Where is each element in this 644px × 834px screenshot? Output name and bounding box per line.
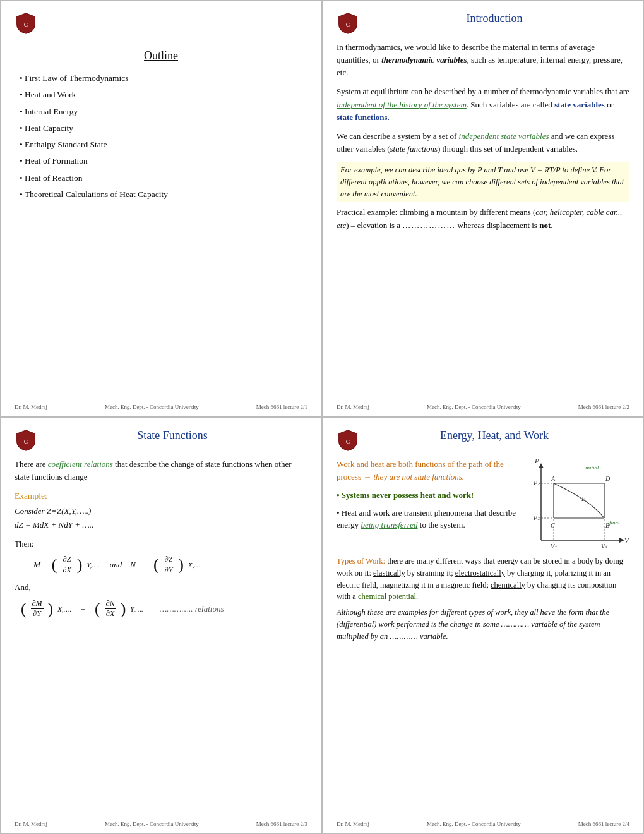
list-item: Theoretical Calculations of Heat Capacit… [20,188,307,201]
heat-work-note: • Heat and work are transient phenomena … [337,507,523,531]
relations-label: ………….. relations [160,603,224,615]
although-para: Although these are examples for differen… [337,607,629,642]
svg-text:P₂: P₂ [533,480,540,486]
math-row-M-N: M = ( ∂Z ∂X ) Y,…. and N = ( ∂Z ∂Y ) X,…… [33,555,307,575]
svg-text:C: C [24,438,28,445]
list-item: Enthalpy Standard State [20,138,307,151]
systems-bold: • Systems never possess heat and work! [337,489,523,502]
slide-3-footer: Dr. M. Medraj Mech. Eng. Dept. - Concord… [15,818,307,827]
footer-lecture: Mech 6661 lecture 2/4 [578,821,629,827]
svg-text:C: C [24,21,28,28]
highlight-yellow-box: For example, we can describe ideal gas b… [337,162,629,202]
slide-2-content: In thermodynamics, we would like to desc… [337,41,629,401]
slide-2: C Introduction In thermodynamics, we wou… [322,0,644,417]
and-label: And, [15,581,307,594]
slide-1-header: C [15,12,307,35]
svg-marker-7 [619,538,624,543]
svg-text:P₁: P₁ [533,514,540,521]
example-line-2: dZ = MdX + NdY + ….. [15,519,307,531]
footer-author: Dr. M. Medraj [337,821,369,827]
intro-para-3: We can describe a system by a set of ind… [337,130,629,155]
footer-lecture: Mech 6661 lecture 2/3 [256,821,307,827]
svg-text:C: C [346,438,350,445]
pv-chart: P V P₁ P₂ V₁ V₂ [528,458,629,553]
example-line-1: Consider Z=Z(X,Y,…..) [15,505,307,517]
intro-para-1: In thermodynamics, we would like to desc… [337,41,629,79]
orange-para: Work and heat are both functions of the … [337,458,523,483]
slide-1-footer: Dr. M. Medraj Mech. Eng. Dept. - Concord… [15,401,307,410]
svg-marker-6 [539,463,544,468]
list-item: First Law of Thermodynamics [20,72,307,85]
footer-author: Dr. M. Medraj [337,404,369,410]
intro-title: Introduction [467,12,523,25]
slide-3-content: There are coefficient relations that des… [15,458,307,818]
list-item: Heat Capacity [20,122,307,135]
svg-text:A: A [551,475,556,482]
slide-2-footer: Dr. M. Medraj Mech. Eng. Dept. - Concord… [337,401,629,410]
footer-institution: Mech. Eng. Dept. - Concordia University [105,821,199,827]
footer-institution: Mech. Eng. Dept. - Concordia University [105,404,199,410]
slide-3: C State Functions There are coefficient … [0,417,322,834]
logo-icon-1: C [15,12,37,35]
footer-lecture: Mech 6661 lecture 2/2 [578,404,629,410]
intro-para-2: System at equilibrium can be described b… [337,85,629,123]
slide-3-header: C State Functions [15,429,307,452]
ehw-title: Energy, Heat, and Work [440,429,549,442]
list-item: Heat of Formation [20,155,307,167]
footer-institution: Mech. Eng. Dept. - Concordia University [427,404,521,410]
list-item: Heat and Work [20,88,307,101]
logo-icon-4: C [337,429,359,452]
footer-author: Dr. M. Medraj [15,821,47,827]
math-row-cross: ( ∂M ∂Y ) X,…. = ( ∂N ∂X ) Y,…. ………….. r… [21,599,307,619]
slide-1: C Outline First Law of Thermodynamics He… [0,0,322,417]
footer-lecture: Mech 6661 lecture 2/1 [256,404,307,410]
svg-text:P: P [534,458,539,464]
footer-institution: Mech. Eng. Dept. - Concordia University [427,821,521,827]
types-para: Types of Work: there are many different … [337,555,629,603]
svg-text:C: C [346,21,350,28]
svg-text:C: C [551,522,555,529]
example-label: Example: [15,490,307,502]
svg-text:initial: initial [585,464,599,471]
svg-text:V₁: V₁ [551,543,557,550]
slide-grid: C Outline First Law of Thermodynamics He… [0,0,644,834]
slide-4-header: C Energy, Heat, and Work [337,429,629,452]
slide-4-content: Work and heat are both functions of the … [337,458,629,818]
slide-4-footer: Dr. M. Medraj Mech. Eng. Dept. - Concord… [337,818,629,827]
list-item: Heat of Reaction [20,172,307,184]
then-label: Then: [15,538,307,550]
sf-title: State Functions [137,429,208,442]
outline-title: Outline [15,47,307,64]
svg-text:V: V [624,536,629,544]
sf-intro: There are coefficient relations that des… [15,458,307,483]
list-item: Internal Energy [20,106,307,118]
ehw-top-section: Work and heat are both functions of the … [337,458,629,553]
intro-para-4: Practical example: climbing a mountain b… [337,206,629,231]
svg-text:D: D [605,475,611,482]
slide-2-header: C Introduction [337,12,629,35]
slide-4: C Energy, Heat, and Work Work and heat a… [322,417,644,834]
logo-icon-2: C [337,12,359,35]
svg-text:final: final [609,519,620,526]
svg-text:V₂: V₂ [601,543,608,550]
pv-diagram: P V P₁ P₂ V₁ V₂ [528,458,629,556]
outline-list: First Law of Thermodynamics Heat and Wor… [15,72,307,201]
slide-1-content: Outline First Law of Thermodynamics Heat… [15,41,307,401]
ehw-text-left: Work and heat are both functions of the … [337,458,523,531]
svg-text:E: E [581,495,585,502]
logo-icon-3: C [15,429,37,452]
footer-author: Dr. M. Medraj [15,404,47,410]
